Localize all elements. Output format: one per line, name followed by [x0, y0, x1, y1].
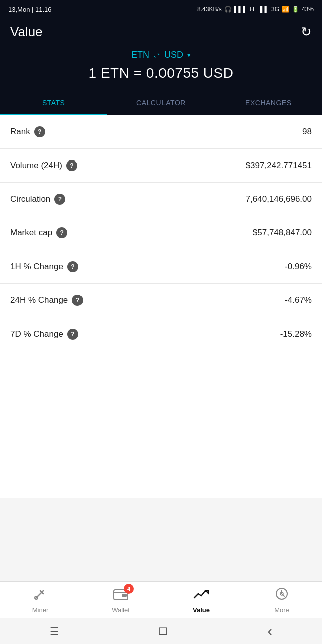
system-nav: ☰ ☐ ‹: [0, 618, 322, 644]
nav-label-miner: Miner: [32, 606, 49, 614]
help-icon-circulation[interactable]: ?: [54, 194, 65, 205]
help-icon-rank[interactable]: ?: [34, 126, 45, 137]
dropdown-icon: ▾: [187, 51, 191, 59]
stat-label-volume: Volume (24H) ?: [10, 160, 77, 171]
stat-row-circulation: Circulation ? 7,640,146,696.00: [0, 183, 322, 216]
exchange-rate: 1 ETN = 0.00755 USD: [10, 65, 312, 82]
currency-selector[interactable]: ETN ⇌ USD ▾: [10, 50, 312, 60]
help-icon-volume[interactable]: ?: [66, 160, 77, 171]
stat-label-1h-change: 1H % Change ?: [10, 261, 78, 272]
stat-label-marketcap: Market cap ?: [10, 227, 67, 238]
to-currency: USD: [164, 50, 183, 60]
stat-row-marketcap: Market cap ? $57,748,847.00: [0, 216, 322, 250]
exchange-section: ETN ⇌ USD ▾ 1 ETN = 0.00755 USD: [0, 40, 322, 92]
stat-label-24h-change: 24H % Change ?: [10, 295, 83, 306]
tab-calculator[interactable]: CALCULATOR: [107, 92, 214, 115]
help-icon-marketcap[interactable]: ?: [56, 227, 67, 238]
stat-label-circulation: Circulation ?: [10, 194, 65, 205]
bottom-nav: Miner 4 Wallet Value: [0, 581, 322, 618]
status-time: 13,Mon | 11.16: [8, 6, 52, 13]
stat-value-rank: 98: [302, 127, 312, 137]
stat-value-24h-change: -4.67%: [285, 295, 312, 305]
page-title: Value: [10, 24, 43, 40]
wifi-icon: 📶: [282, 6, 289, 13]
network-speed: 8.43KB/s: [197, 6, 222, 13]
from-currency: ETN: [131, 50, 149, 60]
stat-label-rank: Rank ?: [10, 126, 45, 137]
help-icon-1h-change[interactable]: ?: [67, 261, 78, 272]
status-bar: 13,Mon | 11.16 8.43KB/s 🎧 ▌▌▌ H+ ▌▌ 3G 📶…: [0, 0, 322, 18]
menu-button[interactable]: ☰: [40, 621, 69, 641]
signal-bars-2-icon: ▌▌: [260, 6, 269, 13]
tab-stats[interactable]: STATS: [0, 92, 107, 115]
stat-value-volume: $397,242.771451: [246, 160, 312, 171]
tab-exchanges[interactable]: EXCHANGES: [215, 92, 322, 115]
stat-row-volume: Volume (24H) ? $397,242.771451: [0, 149, 322, 183]
nav-item-wallet[interactable]: 4 Wallet: [101, 587, 141, 614]
nav-label-more: More: [274, 606, 289, 614]
stat-value-marketcap: $57,748,847.00: [253, 228, 312, 238]
home-button[interactable]: ☐: [148, 621, 178, 641]
stat-value-7d-change: -15.28%: [280, 329, 312, 339]
stat-row-rank: Rank ? 98: [0, 115, 322, 149]
stat-value-1h-change: -0.96%: [285, 262, 312, 272]
nav-label-wallet: Wallet: [112, 606, 130, 614]
stat-label-7d-change: 7D % Change ?: [10, 329, 78, 340]
help-icon-7d-change[interactable]: ?: [67, 329, 78, 340]
header: Value ↻: [0, 18, 322, 40]
tabs-bar: STATS CALCULATOR EXCHANGES: [0, 92, 322, 115]
signal-bars-icon: ▌▌▌: [234, 6, 248, 13]
swap-icon: ⇌: [153, 50, 160, 60]
nav-label-value: Value: [193, 606, 210, 614]
nav-item-value[interactable]: Value: [181, 587, 221, 614]
page: 13,Mon | 11.16 8.43KB/s 🎧 ▌▌▌ H+ ▌▌ 3G 📶…: [0, 0, 322, 644]
stat-row-24h-change: 24H % Change ? -4.67%: [0, 284, 322, 317]
signal-h-plus: H+: [250, 6, 258, 13]
signal-3g: 3G: [271, 6, 279, 13]
wallet-badge: 4: [124, 584, 134, 594]
value-icon: [193, 587, 209, 604]
stats-content: Rank ? 98 Volume (24H) ? $397,242.771451…: [0, 115, 322, 498]
wallet-icon: 4: [113, 587, 129, 604]
back-button[interactable]: ‹: [258, 619, 282, 643]
battery-icon: 🔋: [292, 6, 299, 13]
battery-percent: 43%: [302, 6, 314, 13]
refresh-button[interactable]: ↻: [301, 24, 312, 40]
nav-item-more[interactable]: More: [262, 587, 302, 614]
status-right: 8.43KB/s 🎧 ▌▌▌ H+ ▌▌ 3G 📶 🔋 43%: [197, 6, 314, 13]
stat-row-7d-change: 7D % Change ? -15.28%: [0, 317, 322, 351]
nav-item-miner[interactable]: Miner: [20, 587, 60, 614]
svg-rect-4: [122, 594, 127, 597]
stat-row-1h-change: 1H % Change ? -0.96%: [0, 250, 322, 284]
miner-icon: [33, 587, 47, 604]
headphone-icon: 🎧: [224, 6, 232, 13]
more-icon: [275, 587, 289, 604]
stat-value-circulation: 7,640,146,696.00: [246, 194, 312, 204]
help-icon-24h-change[interactable]: ?: [72, 295, 83, 306]
